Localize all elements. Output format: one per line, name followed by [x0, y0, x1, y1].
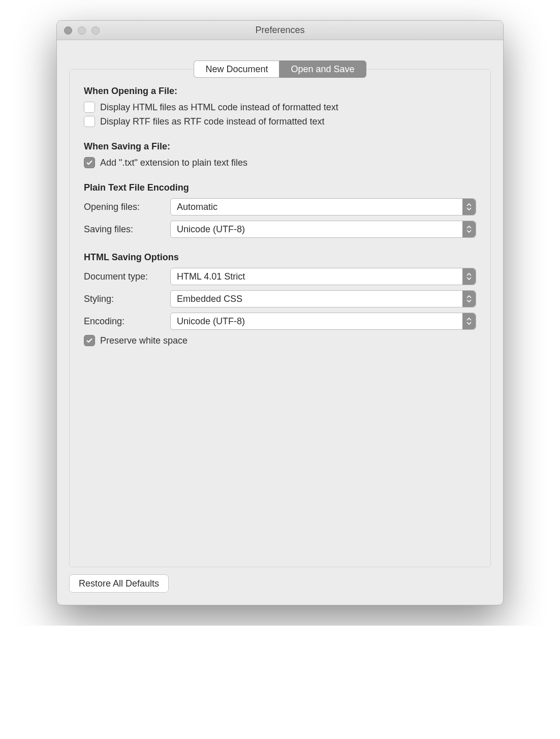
tab-new-document[interactable]: New Document [194, 60, 279, 78]
dropdown-styling-value: Embedded CSS [177, 294, 242, 304]
section-saving-title: When Saving a File: [84, 141, 476, 152]
dropdown-doctype[interactable]: HTML 4.01 Strict [170, 268, 476, 285]
dropdown-doctype-value: HTML 4.01 Strict [177, 271, 245, 282]
preferences-window: Preferences New Document Open and Save W… [56, 20, 504, 605]
row-saving-files: Saving files: Unicode (UTF-8) [84, 221, 476, 238]
row-display-rtf: Display RTF files as RTF code instead of… [84, 116, 476, 127]
tab-open-and-save[interactable]: Open and Save [279, 60, 366, 78]
label-add-txt: Add ".txt" extension to plain text files [100, 158, 247, 168]
restore-defaults-button[interactable]: Restore All Defaults [69, 574, 169, 593]
checkbox-preserve-whitespace[interactable] [84, 335, 95, 346]
row-doctype: Document type: HTML 4.01 Strict [84, 268, 476, 285]
window-title: Preferences [57, 25, 503, 36]
label-styling: Styling: [84, 294, 170, 304]
section-encoding-title: Plain Text File Encoding [84, 182, 476, 193]
settings-panel: When Opening a File: Display HTML files … [69, 69, 491, 567]
dropdown-saving-files[interactable]: Unicode (UTF-8) [170, 221, 476, 238]
restore-defaults-label: Restore All Defaults [79, 578, 159, 589]
row-opening-files: Opening files: Automatic [84, 198, 476, 215]
dropdown-html-encoding-value: Unicode (UTF-8) [177, 316, 245, 327]
label-display-rtf: Display RTF files as RTF code instead of… [100, 116, 325, 127]
section-html-title: HTML Saving Options [84, 252, 476, 263]
content-area: New Document Open and Save When Opening … [57, 40, 503, 605]
dropdown-opening-files-value: Automatic [177, 202, 217, 212]
close-window-button[interactable] [64, 26, 72, 35]
updown-icon [462, 291, 476, 307]
label-display-html: Display HTML files as HTML code instead … [100, 102, 338, 113]
row-display-html: Display HTML files as HTML code instead … [84, 102, 476, 113]
label-html-encoding: Encoding: [84, 316, 170, 327]
zoom-window-button[interactable] [91, 26, 100, 35]
checkbox-display-html[interactable] [84, 102, 95, 113]
label-preserve-whitespace: Preserve white space [100, 335, 188, 346]
dropdown-saving-files-value: Unicode (UTF-8) [177, 224, 245, 235]
label-saving-files: Saving files: [84, 224, 170, 235]
section-saving: When Saving a File: Add ".txt" extension… [84, 141, 476, 168]
dropdown-opening-files[interactable]: Automatic [170, 198, 476, 215]
section-encoding: Plain Text File Encoding Opening files: … [84, 182, 476, 238]
window-controls [57, 26, 100, 35]
check-icon [86, 159, 93, 166]
updown-icon [462, 221, 476, 237]
titlebar: Preferences [57, 21, 503, 40]
checkbox-add-txt[interactable] [84, 157, 95, 168]
section-opening: When Opening a File: Display HTML files … [84, 86, 476, 127]
checkbox-display-rtf[interactable] [84, 116, 95, 127]
check-icon [86, 337, 93, 344]
updown-icon [462, 268, 476, 285]
section-opening-title: When Opening a File: [84, 86, 476, 97]
tab-bar: New Document Open and Save [69, 60, 491, 78]
label-doctype: Document type: [84, 271, 170, 282]
row-styling: Styling: Embedded CSS [84, 290, 476, 307]
updown-icon [462, 199, 476, 215]
dropdown-html-encoding[interactable]: Unicode (UTF-8) [170, 313, 476, 330]
row-preserve-whitespace: Preserve white space [84, 335, 476, 346]
row-add-txt: Add ".txt" extension to plain text files [84, 157, 476, 168]
section-html: HTML Saving Options Document type: HTML … [84, 252, 476, 346]
row-html-encoding: Encoding: Unicode (UTF-8) [84, 313, 476, 330]
dropdown-styling[interactable]: Embedded CSS [170, 290, 476, 307]
updown-icon [462, 313, 476, 329]
minimize-window-button[interactable] [78, 26, 86, 35]
label-opening-files: Opening files: [84, 202, 170, 212]
